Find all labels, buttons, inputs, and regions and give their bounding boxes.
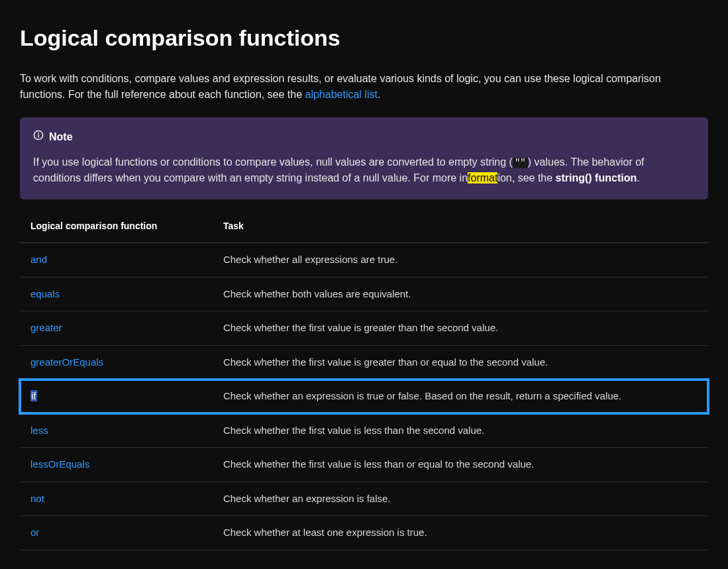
- function-name-cell: less: [20, 413, 213, 448]
- note-header: Note: [33, 129, 695, 145]
- note-text-1: If you use logical functions or conditio…: [33, 156, 513, 168]
- function-task-cell: Check whether the first value is greater…: [213, 345, 708, 380]
- function-name-cell: and: [20, 243, 213, 278]
- col-header-function: Logical comparison function: [20, 210, 213, 243]
- intro-text-after: .: [378, 89, 380, 100]
- function-name-cell: equals: [20, 277, 213, 311]
- note-text-3: ion, see the: [497, 172, 555, 183]
- function-link[interactable]: not: [30, 493, 44, 504]
- table-row: greaterOrEqualsCheck whether the first v…: [20, 345, 708, 380]
- function-name-cell: not: [20, 482, 213, 516]
- table-header-row: Logical comparison function Task: [20, 210, 708, 243]
- info-icon: [33, 129, 44, 145]
- table-row: notCheck whether an expression is false.: [20, 482, 708, 516]
- table-row: lessCheck whether the first value is les…: [20, 413, 708, 448]
- function-name-cell: or: [20, 516, 213, 550]
- function-name-cell: if: [20, 380, 213, 414]
- function-name-cell: greater: [20, 311, 213, 346]
- intro-paragraph: To work with conditions, compare values …: [20, 71, 708, 103]
- table-row: andCheck whether all expressions are tru…: [20, 243, 708, 278]
- function-task-cell: Check whether an expression is true or f…: [213, 380, 708, 414]
- function-task-cell: Check whether the first value is greater…: [213, 311, 708, 346]
- page-title: Logical comparison functions: [20, 21, 708, 55]
- note-body: If you use logical functions or conditio…: [33, 154, 695, 186]
- function-link[interactable]: lessOrEquals: [30, 458, 89, 470]
- function-task-cell: Check whether all expressions are true.: [213, 243, 708, 278]
- table-row: orCheck whether at least one expression …: [20, 516, 708, 550]
- table-row: greaterCheck whether the first value is …: [20, 311, 708, 346]
- function-link[interactable]: greaterOrEquals: [30, 356, 103, 368]
- table-row: ifCheck whether an expression is true or…: [20, 380, 708, 414]
- col-header-task: Task: [213, 210, 708, 243]
- function-link[interactable]: greater: [30, 322, 62, 333]
- page-content: Logical comparison functions To work wit…: [0, 0, 728, 569]
- functions-table: Logical comparison function Task andChec…: [20, 210, 708, 550]
- function-link[interactable]: equals: [30, 288, 60, 299]
- note-highlight: format: [468, 172, 497, 183]
- note-code: "": [513, 158, 528, 168]
- function-task-cell: Check whether the first value is less th…: [213, 448, 708, 482]
- note-strong-link[interactable]: string() function: [556, 172, 637, 183]
- function-task-cell: Check whether the first value is less th…: [213, 413, 708, 448]
- function-name-cell: greaterOrEquals: [20, 345, 213, 380]
- table-row: lessOrEqualsCheck whether the first valu…: [20, 448, 708, 482]
- svg-point-2: [38, 132, 39, 134]
- table-row: equalsCheck whether both values are equi…: [20, 277, 708, 311]
- function-name-cell: lessOrEquals: [20, 448, 213, 482]
- function-link[interactable]: if: [30, 390, 37, 401]
- note-text-4: .: [637, 172, 639, 183]
- note-label: Note: [49, 129, 73, 145]
- alphabetical-list-link[interactable]: alphabetical list: [305, 89, 377, 100]
- function-link[interactable]: or: [30, 527, 39, 538]
- note-callout: Note If you use logical functions or con…: [20, 117, 708, 199]
- function-task-cell: Check whether both values are equivalent…: [213, 277, 708, 311]
- function-task-cell: Check whether at least one expression is…: [213, 516, 708, 550]
- function-task-cell: Check whether an expression is false.: [213, 482, 708, 516]
- function-link[interactable]: and: [30, 254, 47, 265]
- function-link[interactable]: less: [30, 425, 48, 436]
